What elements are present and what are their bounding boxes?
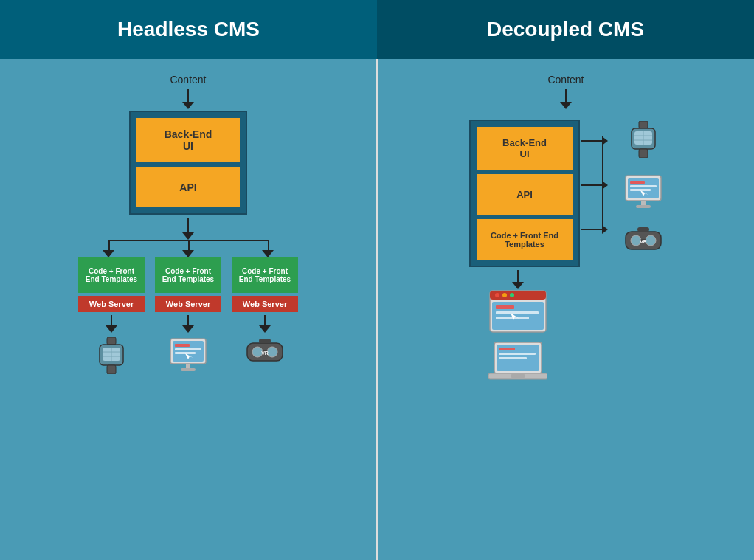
right-watch-arrow	[581, 136, 608, 145]
left-panel: Content Back-EndUI API	[0, 59, 378, 560]
svg-rect-20	[259, 339, 271, 343]
svg-rect-49	[496, 311, 539, 314]
left-api: API	[136, 167, 240, 207]
right-diagram: Content Back-EndUI API Code + Front End …	[385, 74, 747, 384]
left-device-monitor	[155, 337, 221, 374]
left-content-arrow	[182, 89, 194, 109]
left-red-1: Web Server	[78, 296, 145, 312]
left-green-3: Code + Front End Templates	[232, 257, 298, 293]
svg-rect-13	[186, 364, 190, 369]
left-green-boxes-row: Code + Front End Templates Web Server Co…	[74, 257, 302, 312]
right-bottom-devices	[488, 289, 547, 384]
right-cms-box: Back-EndUI API Code + Front End Template…	[469, 120, 580, 267]
svg-rect-11	[175, 352, 196, 354]
svg-rect-9	[175, 344, 190, 347]
left-device-arrows	[74, 315, 302, 333]
svg-text:VR: VR	[261, 350, 269, 356]
right-bottom-arrow	[512, 270, 524, 289]
svg-rect-58	[511, 374, 525, 378]
left-col-3: Code + Front End Templates Web Server	[232, 257, 298, 312]
svg-rect-54	[499, 348, 515, 350]
right-connector	[580, 116, 646, 263]
left-backend-ui: Back-EndUI	[136, 118, 240, 162]
left-cms-arrow	[182, 218, 194, 240]
right-panel: Content Back-EndUI API Code + Front End …	[378, 59, 754, 560]
svg-rect-14	[181, 368, 196, 371]
content-area: Content Back-EndUI API	[0, 59, 754, 560]
right-code-templates: Code + Front End Templates	[477, 219, 573, 260]
left-devices-row: VR	[74, 337, 302, 374]
svg-rect-10	[175, 348, 201, 350]
right-content-arrow	[560, 89, 572, 109]
headless-cms-title: Headless CMS	[117, 18, 260, 41]
left-green-1: Code + Front End Templates	[78, 257, 145, 293]
header-left: Headless CMS	[0, 0, 377, 59]
left-device-vr: VR	[232, 337, 298, 374]
right-backend-ui: Back-EndUI	[477, 127, 573, 170]
left-green-2: Code + Front End Templates	[155, 257, 221, 293]
left-red-3: Web Server	[232, 296, 298, 312]
decoupled-cms-title: Decoupled CMS	[487, 18, 644, 41]
watch-icon	[95, 337, 128, 374]
right-browser-icon	[488, 289, 547, 336]
right-vr-arrow	[581, 225, 608, 234]
left-col-2: Code + Front End Templates Web Server	[155, 257, 221, 312]
monitor-icon	[169, 337, 207, 373]
left-device-watch	[78, 337, 145, 374]
right-main-section: Back-EndUI API Code + Front End Template…	[469, 112, 663, 267]
vr-icon: VR	[246, 337, 284, 367]
main-container: Headless CMS Decoupled CMS Content Back-…	[0, 0, 754, 560]
header-right: Decoupled CMS	[377, 0, 754, 59]
svg-point-17	[267, 347, 277, 357]
svg-point-46	[510, 293, 514, 297]
svg-rect-55	[499, 353, 536, 355]
left-branch-area: Code + Front End Templates Web Server Co…	[74, 240, 302, 312]
svg-rect-48	[496, 305, 514, 309]
left-diagram: Content Back-EndUI API	[74, 74, 302, 374]
left-content-label: Content	[170, 74, 206, 86]
svg-point-38	[646, 235, 656, 246]
right-content-label: Content	[547, 74, 584, 86]
svg-point-44	[495, 293, 499, 297]
svg-rect-0	[107, 337, 116, 345]
left-red-2: Web Server	[155, 296, 221, 312]
left-cms-box: Back-EndUI API	[129, 111, 247, 215]
svg-rect-6	[107, 365, 116, 374]
svg-point-45	[502, 293, 507, 297]
right-laptop-icon	[488, 341, 547, 384]
right-monitor-arrow	[581, 181, 608, 190]
svg-rect-56	[499, 357, 527, 359]
right-api: API	[477, 174, 573, 215]
header: Headless CMS Decoupled CMS	[0, 0, 754, 59]
left-col-1: Code + Front End Templates Web Server	[78, 257, 145, 312]
